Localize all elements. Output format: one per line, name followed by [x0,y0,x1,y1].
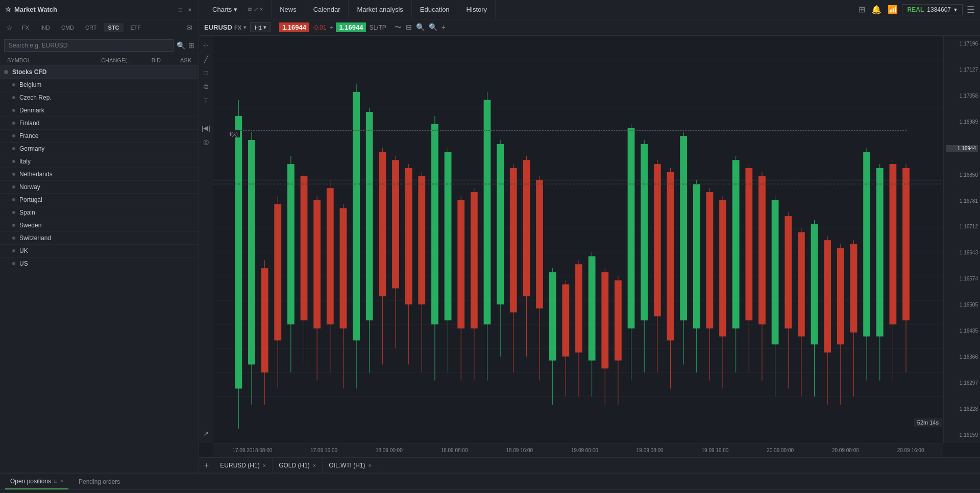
price-label-8: 1.16574 [946,276,978,281]
svg-rect-96 [758,176,766,324]
symbol-row-switzerland[interactable]: Switzerland [0,232,199,245]
price-display: 1.16944 -0.01 + 1.16944 SL/TP [279,22,386,32]
chart-tab-gold-close[interactable]: × [313,462,316,468]
symbol-dot [12,185,15,189]
nav-calendar[interactable]: Calendar [305,0,349,19]
symbol-dot [12,173,15,176]
panel-controls: □ × [177,6,193,14]
symbol-row-italy[interactable]: Italy [0,155,199,168]
symbol-row-netherlands[interactable]: Netherlands [0,168,199,181]
chart-tab-add[interactable]: + [199,458,214,473]
charts-arrow: ▾ [234,6,237,13]
star-icon[interactable]: ☆ [5,6,11,13]
symbol-row-sweden[interactable]: Sweden [0,219,199,232]
chart-tab-gold[interactable]: GOLD (H1) × [273,458,323,473]
timeframe-selector[interactable]: H1 ▾ [250,22,271,32]
star-filter-icon[interactable]: ☆ [4,22,15,33]
wifi-icon[interactable]: 📶 [888,5,898,14]
open-positions-close[interactable]: □ [54,478,57,484]
search-input[interactable] [4,39,174,52]
symbol-row-portugal[interactable]: Portugal [0,194,199,206]
time-label-1: 17.09 16:00 [310,448,337,453]
time-label-3: 18.09 08:00 [441,448,468,453]
nav-news[interactable]: News [272,0,305,19]
chart-type-icon[interactable]: ⊟ [406,23,412,32]
category-stocks-cfd[interactable]: Stocks CFD [0,66,199,79]
objects-icon[interactable]: |◀| [200,123,212,133]
chart-tab-eurusd[interactable]: EURUSD (H1) × [214,458,273,473]
nav-market-analysis[interactable]: Market analysis [349,0,411,19]
svg-rect-50 [457,200,464,328]
minimize-icon[interactable]: □ [177,6,184,14]
layers-icon[interactable]: ◎ [202,136,210,147]
indicators-icon[interactable]: 〜 [395,23,402,32]
cursor-icon[interactable]: ⊹ [202,40,210,51]
nav-charts[interactable]: Charts ▾ - ⧉ ⤢ × [204,0,272,19]
symbol-name: Finland [19,120,194,127]
svg-rect-108 [837,248,844,344]
search-icon[interactable]: 🔍 [177,41,185,50]
symbol-row-uk[interactable]: UK [0,245,199,257]
tab-ind[interactable]: IND [36,23,54,32]
envelope-icon[interactable]: ✉ [184,22,194,33]
nav-education[interactable]: Education [412,0,458,19]
category-label: Stocks CFD [12,68,46,76]
tab-pending-orders[interactable]: Pending orders [74,474,125,489]
open-positions-x[interactable]: × [60,478,63,484]
svg-rect-22 [274,204,281,341]
fib-tool-icon[interactable]: ⧉ [202,81,210,92]
svg-rect-46 [431,124,438,324]
svg-rect-18 [248,140,255,364]
rectangle-tool-icon[interactable]: □ [203,67,210,78]
grid-view-icon[interactable]: ⊞ [188,41,194,50]
zoom-out-icon[interactable]: 🔍 [416,23,425,32]
charts-nav: Charts ▾ - ⧉ ⤢ × News Calendar Market an… [199,0,859,19]
svg-rect-82 [667,172,674,341]
time-label-2: 18.09 00:00 [376,448,403,453]
svg-rect-92 [732,160,740,328]
symbol-dot [12,147,15,150]
tab-fx[interactable]: FX [18,23,33,32]
tab-cmd[interactable]: CMD [57,23,78,32]
chart-tab-oil-close[interactable]: × [369,462,372,468]
symbol-row-belgium[interactable]: Belgium [0,79,199,91]
add-indicator-icon[interactable]: + [442,23,446,32]
symbol-row-france[interactable]: France [0,130,199,143]
tab-etf[interactable]: ETF [127,23,145,32]
time-label-8: 20.09 00:00 [767,448,794,453]
windows-icon[interactable]: ⊞ [859,5,865,14]
nav-history[interactable]: History [458,0,496,19]
svg-rect-78 [641,144,648,320]
symbol-dot [12,96,15,99]
chart-area: ⊹ ╱ □ ⧉ T |◀| ◎ ↗ f(x) [199,36,980,443]
account-badge[interactable]: REAL 1384607 ▾ [902,4,963,15]
price-scale: 1.17196 1.17127 1.17058 1.16989 1.16944 … [943,36,980,443]
close-icon[interactable]: × [186,6,193,14]
notification-icon[interactable]: 🔔 [871,5,881,14]
line-tool-icon[interactable]: ╱ [203,54,210,64]
symbol-dot [12,237,15,240]
symbol-row-spain[interactable]: Spain [0,206,199,219]
symbol-row-czech[interactable]: Czech Rep. [0,91,199,104]
svg-rect-38 [379,152,386,296]
price-change: -0.01 [312,24,326,31]
pair-selector[interactable]: EURUSD FX ▾ [204,24,246,31]
svg-rect-110 [850,244,857,333]
symbol-dot [12,249,15,252]
symbol-row-us[interactable]: US [0,257,199,270]
share-icon[interactable]: ↗ [202,428,210,439]
hamburger-menu[interactable]: ☰ [967,4,975,15]
tab-stc[interactable]: STC [104,23,124,32]
sltp-label[interactable]: SL/TP [369,24,386,31]
symbol-row-finland[interactable]: Finland [0,117,199,130]
symbol-row-norway[interactable]: Norway [0,181,199,194]
tab-crt[interactable]: CRT [81,23,101,32]
tab-open-positions[interactable]: Open positions □ × [5,474,68,489]
chart-tab-oil[interactable]: OIL.WTI (H1) × [323,458,378,473]
zoom-in-icon[interactable]: 🔍 [429,23,437,32]
symbol-row-denmark[interactable]: Denmark [0,104,199,117]
symbol-row-germany[interactable]: Germany [0,143,199,155]
chart-tab-eurusd-close[interactable]: × [263,462,266,468]
symbol-name: US [19,260,194,267]
text-tool-icon[interactable]: T [203,96,210,106]
